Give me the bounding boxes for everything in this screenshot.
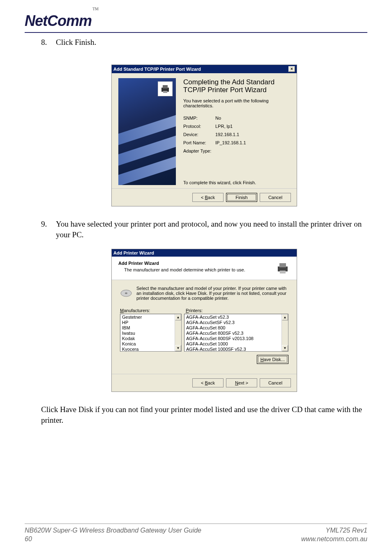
disk-icon: [120, 286, 132, 298]
netcomm-logo: NetComm TM: [25, 12, 367, 30]
close-icon[interactable]: ×: [288, 66, 295, 72]
have-disk-button[interactable]: Have Disk...: [257, 355, 288, 364]
logo-text: NetComm: [25, 12, 92, 30]
portname-value: IP_192.168.1.1: [215, 140, 246, 145]
wizard1-complete-text: To complete this wizard, click Finish.: [183, 180, 290, 185]
next-button[interactable]: Next >: [226, 378, 257, 387]
svg-rect-5: [280, 271, 286, 273]
scrollbar[interactable]: ▲ ▼: [281, 314, 288, 351]
page-footer: NB620W Super-G Wireless Broadband Gatewa…: [25, 524, 367, 544]
back-button[interactable]: < Back: [192, 378, 224, 387]
wizard1-title: Add Standard TCP/IP Printer Port Wizard: [113, 67, 201, 72]
device-value: 192.168.1.1: [215, 132, 239, 137]
list-item[interactable]: AGFA-AccuSet v52.3: [184, 315, 288, 320]
wizard1-heading: Completing the Add Standard TCP/IP Print…: [183, 78, 290, 94]
protocol-value: LPR, lp1: [215, 124, 233, 129]
svg-point-7: [125, 292, 127, 294]
list-item[interactable]: IBM: [120, 325, 181, 331]
cancel-button[interactable]: Cancel: [260, 193, 291, 202]
wizard1-titlebar: Add Standard TCP/IP Printer Port Wizard …: [112, 65, 297, 73]
svg-rect-4: [279, 263, 286, 267]
back-button[interactable]: < Back: [192, 193, 224, 202]
step-8-number: 8.: [41, 37, 56, 48]
list-item[interactable]: AGFA-AccuSet 800SF v52.3: [184, 331, 288, 336]
list-item[interactable]: Kyocera: [120, 347, 181, 352]
svg-rect-1: [163, 85, 168, 88]
list-item[interactable]: Kodak: [120, 336, 181, 341]
step-9-number: 9.: [41, 219, 56, 241]
manufacturers-listbox[interactable]: Gestetner HP IBM Iwatsu Kodak Konica Kyo…: [120, 314, 182, 352]
printer-port-icon: [158, 81, 173, 96]
wizard1-side-graphic: [118, 78, 176, 185]
list-item[interactable]: HP: [120, 320, 181, 325]
list-item[interactable]: Gestetner: [120, 315, 181, 320]
list-item[interactable]: AGFA-AccuSet 800: [184, 325, 288, 331]
portname-label: Port Name:: [183, 140, 215, 145]
footer-page-number: 60: [25, 535, 201, 544]
logo-tm: TM: [92, 7, 99, 11]
scroll-up-icon[interactable]: ▲: [282, 314, 288, 320]
snmp-value: No: [215, 116, 221, 120]
list-item[interactable]: AGFA-AccuSetSF v52.3: [184, 320, 288, 325]
wizard2-titlebar: Add Printer Wizard: [112, 249, 297, 257]
scroll-down-icon[interactable]: ▼: [175, 345, 181, 351]
snmp-label: SNMP:: [183, 116, 215, 120]
step-9-text: You have selected your printer port and …: [56, 219, 367, 241]
wizard2-title: Add Printer Wizard: [113, 250, 154, 255]
list-item[interactable]: AGFA-AccuSet 1000SF v52.3: [184, 347, 288, 352]
wizard2-instructions: Select the manufacturer and model of you…: [136, 286, 288, 301]
scroll-up-icon[interactable]: ▲: [175, 314, 181, 320]
scrollbar[interactable]: ▲ ▼: [175, 314, 181, 351]
step-8-text: Click Finish.: [56, 37, 367, 48]
footer-title: NB620W Super-G Wireless Broadband Gatewa…: [25, 526, 201, 535]
list-item[interactable]: Konica: [120, 341, 181, 347]
wizard1-subtitle: You have selected a port with the follow…: [183, 98, 290, 108]
printers-label: Printers:: [186, 308, 203, 313]
svg-rect-2: [163, 91, 167, 93]
wizard2-heading: Add Printer Wizard: [118, 261, 245, 266]
footer-revision: YML725 Rev1: [301, 526, 367, 535]
final-paragraph: Click Have Disk if you can not find your…: [41, 404, 367, 426]
footer-url: www.netcomm.com.au: [301, 535, 367, 544]
finish-button[interactable]: Finish: [226, 193, 257, 202]
printers-listbox[interactable]: AGFA-AccuSet v52.3 AGFA-AccuSetSF v52.3 …: [184, 314, 288, 352]
adapter-label: Adapter Type:: [183, 148, 215, 153]
wizard2-sub: The manufacturer and model determine whi…: [118, 267, 245, 272]
device-label: Device:: [183, 132, 215, 137]
cancel-button[interactable]: Cancel: [260, 378, 291, 387]
scroll-down-icon[interactable]: ▼: [282, 345, 288, 351]
add-printer-wizard: Add Printer Wizard Add Printer Wizard Th…: [111, 249, 297, 392]
list-item[interactable]: AGFA-AccuSet 1000: [184, 341, 288, 347]
protocol-label: Protocol:: [183, 124, 215, 129]
list-item[interactable]: AGFA-AccuSet 800SF v2013.108: [184, 336, 288, 341]
list-item[interactable]: Iwatsu: [120, 331, 181, 336]
page-header: NetComm TM: [25, 12, 367, 33]
printer-icon: [275, 261, 290, 276]
manufacturers-label: Manufacturers:: [120, 308, 186, 313]
tcpip-port-wizard: Add Standard TCP/IP Printer Port Wizard …: [111, 65, 297, 206]
